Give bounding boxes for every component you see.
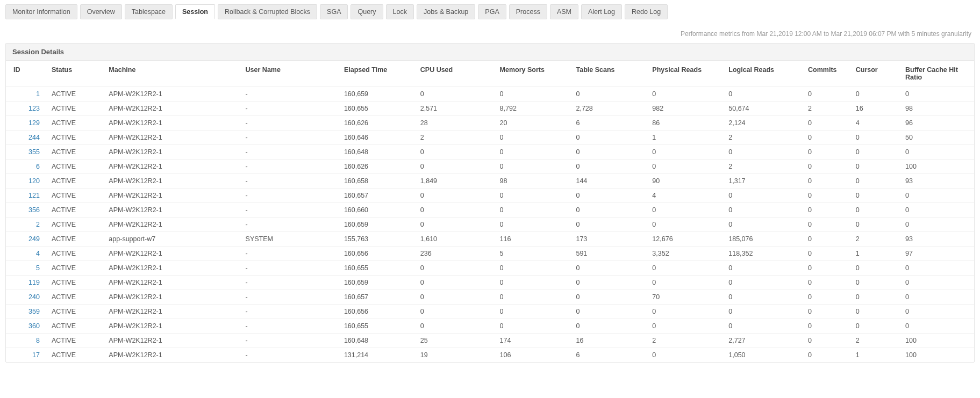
session-id-link[interactable]: 17 [32,351,40,359]
cell-commit: 0 [800,290,848,305]
tab-alert-log[interactable]: Alert Log [581,4,622,19]
tab-redo-log[interactable]: Redo Log [625,4,668,19]
session-id-link[interactable]: 359 [28,308,40,315]
session-id-link[interactable]: 360 [28,322,40,330]
cell-user: - [238,160,337,174]
cell-machine: APM-W2K12R2-1 [101,131,238,145]
column-header[interactable]: Logical Reads [721,61,800,87]
cell-lread: 0 [721,319,800,334]
cell-id: 119 [6,276,44,290]
cell-cursor: 4 [848,116,898,131]
session-id-link[interactable]: 119 [28,279,40,286]
cell-mem: 20 [492,116,569,131]
session-id-link[interactable]: 1 [36,90,40,98]
cell-lread: 0 [721,305,800,319]
session-id-link[interactable]: 120 [28,177,40,185]
session-id-link[interactable]: 5 [36,264,40,272]
cell-user: - [238,276,337,290]
cell-buffer: 0 [898,319,974,334]
tab-tablespace[interactable]: Tablespace [125,4,173,19]
cell-elapsed: 160,657 [337,189,413,203]
tab-session[interactable]: Session [175,4,215,19]
session-id-link[interactable]: 2 [36,221,40,228]
cell-machine: APM-W2K12R2-1 [101,87,238,102]
cell-machine: APM-W2K12R2-1 [101,203,238,218]
cell-cpu: 25 [413,334,492,348]
cell-cursor: 1 [848,247,898,261]
cell-cursor: 0 [848,319,898,334]
session-id-link[interactable]: 121 [28,192,40,199]
tab-rollback-corrupted-blocks[interactable]: Rollback & Corrupted Blocks [218,4,317,19]
cell-user: - [238,145,337,160]
cell-scan: 16 [568,334,645,348]
cell-commit: 0 [800,203,848,218]
cell-user: - [238,348,337,363]
cell-cpu: 19 [413,348,492,363]
cell-pread: 0 [645,319,721,334]
column-header[interactable]: Elapsed Time [337,61,413,87]
cell-lread: 118,352 [721,247,800,261]
cell-status: ACTIVE [44,319,101,334]
cell-buffer: 50 [898,131,974,145]
session-id-link[interactable]: 355 [28,148,40,156]
table-row: 359ACTIVEAPM-W2K12R2-1-160,65600000000 [6,305,974,319]
tab-bar: Monitor InformationOverviewTablespaceSes… [5,4,975,19]
column-header[interactable]: Status [44,61,101,87]
cell-buffer: 96 [898,116,974,131]
cell-commit: 0 [800,131,848,145]
cell-user: - [238,334,337,348]
session-id-link[interactable]: 356 [28,206,40,214]
tab-process[interactable]: Process [509,4,547,19]
session-id-link[interactable]: 8 [36,337,40,344]
cell-cursor: 0 [848,160,898,174]
cell-scan: 6 [568,116,645,131]
cell-user: - [238,174,337,189]
session-id-link[interactable]: 4 [36,250,40,257]
cell-pread: 0 [645,145,721,160]
column-header[interactable]: Table Scans [568,61,645,87]
tab-sga[interactable]: SGA [320,4,348,19]
cell-mem: 5 [492,247,569,261]
column-header[interactable]: CPU Used [413,61,492,87]
cell-cpu: 0 [413,290,492,305]
cell-commit: 0 [800,174,848,189]
cell-cpu: 0 [413,305,492,319]
cell-lread: 0 [721,87,800,102]
cell-cpu: 0 [413,261,492,276]
tab-overview[interactable]: Overview [80,4,122,19]
cell-cpu: 0 [413,203,492,218]
tab-monitor-information[interactable]: Monitor Information [5,4,77,19]
session-id-link[interactable]: 249 [28,235,40,243]
cell-status: ACTIVE [44,203,101,218]
cell-pread: 0 [645,87,721,102]
column-header[interactable]: ID [6,61,44,87]
cell-status: ACTIVE [44,102,101,116]
cell-id: 6 [6,160,44,174]
cell-commit: 0 [800,87,848,102]
column-header[interactable]: Machine [101,61,238,87]
tab-pga[interactable]: PGA [478,4,506,19]
session-details-panel: Session Details IDStatusMachineUser Name… [5,43,975,363]
session-id-link[interactable]: 123 [28,105,40,112]
column-header[interactable]: Cursor [848,61,898,87]
tab-jobs-backup[interactable]: Jobs & Backup [417,4,475,19]
cell-cpu: 0 [413,276,492,290]
table-row: 360ACTIVEAPM-W2K12R2-1-160,65500000000 [6,319,974,334]
column-header[interactable]: User Name [238,61,337,87]
column-header[interactable]: Buffer Cache Hit Ratio [898,61,974,87]
tab-asm[interactable]: ASM [550,4,578,19]
session-id-link[interactable]: 240 [28,293,40,301]
cell-id: 4 [6,247,44,261]
session-id-link[interactable]: 129 [28,119,40,127]
cell-elapsed: 160,659 [337,218,413,232]
tab-query[interactable]: Query [350,4,383,19]
session-id-link[interactable]: 244 [28,134,40,141]
cell-id: 356 [6,203,44,218]
cell-pread: 0 [645,261,721,276]
column-header[interactable]: Memory Sorts [492,61,569,87]
tab-lock[interactable]: Lock [386,4,414,19]
column-header[interactable]: Commits [800,61,848,87]
cell-elapsed: 160,655 [337,261,413,276]
session-id-link[interactable]: 6 [36,163,40,170]
column-header[interactable]: Physical Reads [645,61,721,87]
